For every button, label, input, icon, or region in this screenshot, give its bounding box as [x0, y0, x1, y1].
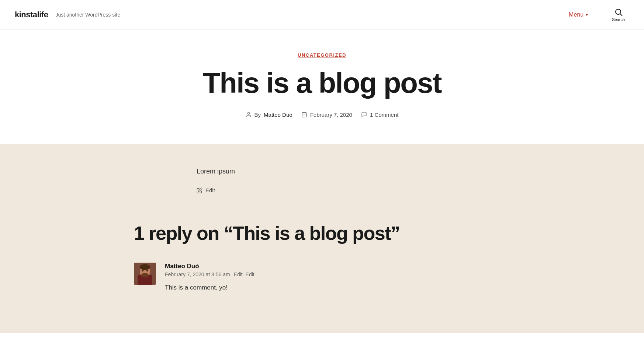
search-label: Search — [612, 17, 625, 22]
search-icon — [614, 8, 623, 17]
post-author-meta: By Matteo Duò — [246, 112, 292, 118]
header-right: Menu ▾ Search — [564, 5, 629, 25]
user-icon — [246, 112, 252, 118]
header-divider — [600, 9, 600, 20]
comment-author: Matteo Duò — [165, 263, 510, 270]
avatar — [134, 263, 156, 285]
comment-date: February 7, 2020 at 8:56 am Edit Edit — [165, 271, 510, 277]
comment-edit-label[interactable]: Edit — [246, 271, 255, 277]
svg-point-11 — [141, 273, 149, 277]
comment-item: Matteo Duò February 7, 2020 at 8:56 am E… — [134, 263, 510, 292]
svg-line-1 — [620, 14, 622, 16]
comment-edit-link[interactable]: Edit — [234, 271, 243, 277]
post-hero: UNCATEGORIZED This is a blog post By Mat… — [0, 29, 644, 144]
edit-icon — [197, 187, 202, 193]
svg-point-12 — [142, 270, 143, 271]
menu-label: Menu — [569, 11, 584, 18]
post-meta: By Matteo Duò February 7, 2020 1 Comment — [15, 112, 629, 118]
site-tagline: Just another WordPress site — [55, 12, 120, 18]
comments-heading: 1 reply on “This is a blog post” — [134, 223, 510, 244]
svg-point-2 — [247, 112, 249, 114]
header-left: kinstalife Just another WordPress site — [15, 10, 120, 20]
edit-post-link[interactable]: Edit — [197, 187, 447, 193]
content-inner: Lorem ipsum Edit — [182, 166, 462, 194]
site-header: kinstalife Just another WordPress site M… — [0, 0, 644, 29]
comments-inner: 1 reply on “This is a blog post” — [119, 223, 525, 292]
post-content-section: Lorem ipsum Edit — [0, 144, 644, 223]
svg-point-10 — [140, 264, 150, 270]
category-link[interactable]: UNCATEGORIZED — [298, 52, 346, 58]
avatar-svg — [134, 263, 156, 285]
svg-rect-3 — [302, 113, 307, 117]
site-title: kinstalife — [15, 10, 48, 20]
svg-point-13 — [146, 270, 148, 271]
comment-text: This is a comment, yo! — [165, 283, 510, 292]
svg-point-0 — [616, 9, 621, 14]
calendar-icon — [301, 112, 307, 118]
author-prefix: By — [255, 112, 261, 118]
comment-date-text: February 7, 2020 at 8:56 am — [165, 271, 230, 277]
comments-count: 1 Comment — [370, 112, 399, 118]
comment-body: Matteo Duò February 7, 2020 at 8:56 am E… — [165, 263, 510, 292]
chevron-down-icon: ▾ — [586, 12, 588, 17]
post-body: Lorem ipsum — [197, 166, 447, 177]
avatar-image — [134, 263, 156, 285]
post-title: This is a blog post — [156, 68, 488, 98]
author-link[interactable]: Matteo Duò — [264, 112, 292, 118]
edit-label: Edit — [205, 187, 215, 193]
post-date-meta: February 7, 2020 — [301, 112, 352, 118]
menu-button[interactable]: Menu ▾ — [564, 8, 592, 21]
comment-icon — [361, 112, 367, 118]
post-date: February 7, 2020 — [310, 112, 352, 118]
comments-section: 1 reply on “This is a blog post” — [0, 223, 644, 333]
post-comments-meta: 1 Comment — [361, 112, 399, 118]
search-button[interactable]: Search — [607, 5, 629, 25]
